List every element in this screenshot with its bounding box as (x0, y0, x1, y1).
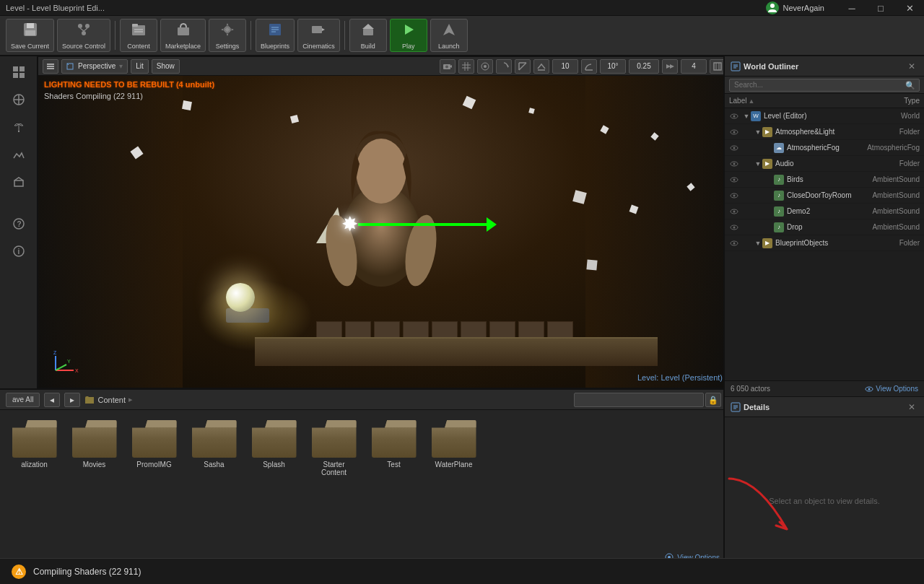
perspective-dropdown[interactable]: Perspective ▾ (61, 59, 128, 74)
details-close-button[interactable]: ✕ (905, 401, 918, 414)
maximize-button[interactable]: □ (866, 0, 895, 16)
grid-icon-button[interactable] (458, 59, 474, 74)
row-visibility-icon[interactable] (729, 111, 739, 121)
folder-icon (252, 420, 297, 458)
light-sphere (226, 283, 255, 312)
settings-icon (219, 22, 235, 41)
col-label-header[interactable]: Label ▲ (729, 97, 855, 105)
light-object[interactable] (226, 283, 269, 323)
build-button[interactable]: Build (349, 19, 387, 52)
folder-item-folder-sasha[interactable]: Sasha (187, 417, 241, 541)
save-current-button[interactable]: Save Current (6, 19, 54, 52)
folder-item-folder-splash[interactable]: Splash (247, 417, 301, 541)
row-expand-icon[interactable]: ▼ (754, 239, 762, 248)
light-base (226, 308, 269, 323)
marketplace-button[interactable]: Marketplace (160, 19, 206, 52)
outliner-search-field[interactable] (729, 79, 920, 92)
sidebar-info-button[interactable]: i (6, 238, 32, 264)
sidebar-geometry-button[interactable] (6, 169, 32, 195)
rotation-icon-button[interactable] (496, 59, 512, 74)
play-label: Play (402, 43, 415, 50)
viewport-canvas[interactable]: ✸ LIGHTING NEEDS TO BE REBUILT (4 unbuil… (38, 76, 730, 388)
save-icon (22, 22, 38, 41)
viewport[interactable]: Perspective ▾ Lit Show (38, 56, 731, 388)
svg-line-72 (56, 365, 66, 370)
row-expand-icon[interactable]: ▼ (754, 160, 762, 168)
nav-forward-button[interactable]: ▸ (64, 393, 80, 407)
folder-item-folder-test[interactable]: Test (367, 417, 421, 541)
details-header: Details ✕ (725, 397, 924, 417)
folder-item-folder-localization[interactable]: alization (7, 417, 61, 541)
sidebar-modes-button[interactable] (6, 59, 32, 85)
row-expand-icon[interactable] (765, 191, 774, 200)
outliner-row[interactable]: ▼ ▶ BlueprintObjects Folder (725, 235, 924, 251)
play-button[interactable]: Play (390, 19, 427, 52)
row-expand-icon[interactable]: ▼ (742, 112, 751, 121)
blueprints-button[interactable]: Blueprints (256, 19, 295, 52)
folder-item-folder-promoimg[interactable]: PromoIMG (127, 417, 181, 541)
cinematics-button[interactable]: Cinematics (297, 19, 340, 52)
outliner-row[interactable]: ▼ ▶ Atmosphere&Light Folder (725, 124, 924, 140)
row-expand-icon[interactable] (765, 175, 774, 184)
row-visibility-icon[interactable] (729, 222, 739, 232)
outliner-row[interactable]: ▼ ▶ Audio Folder (725, 156, 924, 172)
surface-snap-button[interactable] (533, 59, 549, 74)
sidebar-landscape-button[interactable] (6, 141, 32, 167)
outliner-row[interactable]: ☁ AtmosphericFog AtmosphericFog (725, 140, 924, 156)
outliner-row[interactable]: ▼ W Level (Editor) World (725, 108, 924, 124)
row-visibility-icon[interactable] (729, 191, 739, 201)
content-button[interactable]: Content (120, 19, 157, 52)
cb-lock-button[interactable]: 🔒 (705, 393, 721, 407)
grid-size-input[interactable]: 10 (552, 59, 578, 74)
camera-speed-input[interactable]: 4 (681, 59, 707, 74)
nav-back-button[interactable]: ◂ (44, 393, 60, 407)
sidebar-place-button[interactable] (6, 87, 32, 113)
outliner-row[interactable]: ♪ Drop AmbientSound (725, 219, 924, 235)
outliner-row[interactable]: ♪ CloseDoorToyRoom AmbientSound (725, 188, 924, 204)
show-button[interactable]: Show (152, 59, 180, 74)
cb-search-input[interactable] (574, 393, 704, 407)
source-control-button[interactable]: Source Control (57, 19, 110, 52)
snap-icon-button[interactable] (477, 59, 493, 74)
outliner-row[interactable]: ♪ Birds AmbientSound (725, 172, 924, 188)
sidebar-question-button[interactable]: ? (6, 211, 32, 237)
row-type-label: AmbientSound (855, 223, 920, 231)
outliner-row[interactable]: ♪ Demo2 AmbientSound (725, 204, 924, 219)
row-visibility-icon[interactable] (729, 206, 739, 217)
camera-icon-button[interactable] (440, 59, 456, 74)
row-visibility-icon[interactable] (729, 159, 739, 169)
scale-icon-button[interactable] (515, 59, 531, 74)
row-visibility-icon[interactable] (729, 143, 739, 153)
row-expand-icon[interactable]: ▼ (754, 128, 762, 136)
cb-breadcrumb: Content ▸ (84, 395, 133, 405)
folder-item-folder-movies[interactable]: Movies (67, 417, 121, 541)
row-visibility-icon[interactable] (729, 238, 739, 248)
folder-icon (372, 420, 417, 458)
save-all-button[interactable]: ave All (6, 393, 40, 407)
level-name: Level (Persistent) (661, 373, 723, 382)
bottom-notification: ⚠ Compiling Shaders (22 911) (0, 558, 924, 584)
launch-button[interactable]: Launch (430, 19, 468, 52)
particle-4 (182, 100, 192, 110)
svg-marker-45 (450, 65, 452, 68)
minimize-button[interactable]: ─ (837, 0, 866, 16)
row-visibility-icon[interactable] (729, 175, 739, 185)
cinematics-icon (310, 22, 326, 41)
build-label: Build (361, 43, 375, 50)
row-expand-icon[interactable] (765, 223, 774, 232)
snap-value-input[interactable]: 0.25 (629, 59, 659, 74)
row-visibility-icon[interactable] (729, 127, 739, 137)
row-name-label: Level (Editor) (764, 112, 855, 120)
outliner-close-button[interactable]: ✕ (905, 60, 918, 73)
lit-button[interactable]: Lit (131, 59, 149, 74)
sidebar-foliage-button[interactable] (6, 114, 32, 140)
row-expand-icon[interactable] (765, 144, 774, 152)
viewport-menu-button[interactable] (43, 59, 58, 74)
angle-input[interactable]: 10° (600, 59, 626, 74)
settings-button[interactable]: Settings (209, 19, 246, 52)
folder-item-folder-waterplane[interactable]: WaterPlane (427, 417, 481, 541)
folder-item-folder-starter[interactable]: Starter Content (307, 417, 361, 541)
row-expand-icon[interactable] (765, 207, 774, 216)
close-button[interactable]: ✕ (895, 0, 924, 16)
outliner-view-options-button[interactable]: View Options (865, 385, 918, 393)
